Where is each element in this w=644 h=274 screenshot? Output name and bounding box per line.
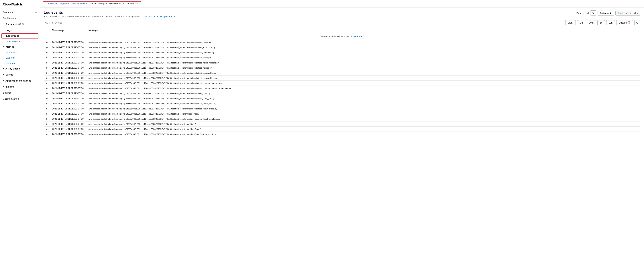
- log-events-description: You can use the filter bar below to sear…: [44, 15, 175, 18]
- time-1m-button[interactable]: 1m: [577, 20, 585, 25]
- row-timestamp: 2021-11-10T17:01:01.993-07:00: [50, 40, 87, 45]
- time-1h-button[interactable]: 1h: [598, 20, 605, 25]
- chevron-right-icon: ▶: [36, 11, 37, 13]
- expand-row-button[interactable]: ▶: [46, 82, 48, 84]
- expand-row-button[interactable]: ▶: [46, 41, 48, 44]
- alarm-badge-0: △0: [15, 23, 18, 25]
- breadcrumb-sep-3: ›: [88, 3, 89, 5]
- refresh-button[interactable]: ↻: [590, 11, 596, 16]
- table-row: ▶ 2021-11-10T17:01:01.993-07:00 aws-amaz…: [44, 60, 640, 65]
- chevron-down-icon: ▼: [3, 46, 5, 48]
- page-title: Log events: [44, 11, 175, 15]
- sidebar-item-getting-started[interactable]: Getting Started: [0, 96, 40, 102]
- external-link-icon: ↗: [173, 16, 175, 18]
- expand-row-button[interactable]: ▶: [46, 77, 48, 79]
- expand-row-button[interactable]: ▶: [46, 87, 48, 90]
- settings-icon-button[interactable]: ⚙: [634, 20, 640, 25]
- sidebar-item-xray[interactable]: ▶ X-Ray traces: [0, 66, 40, 72]
- row-message: aws-amazon-braket-sdk-python-staging-3f8…: [87, 96, 640, 101]
- row-message: aws-amazon-braket-sdk-python-staging-3f8…: [87, 76, 640, 81]
- table-row: ▶ 2021-11-10T17:01:01.993-07:00 aws-amaz…: [44, 96, 640, 101]
- sidebar-item-all-metrics[interactable]: All metrics: [0, 50, 40, 55]
- sidebar-item-explorer[interactable]: Explorer: [0, 55, 40, 60]
- row-message: aws-amazon-braket-sdk-python-staging-3f8…: [87, 55, 640, 60]
- expand-row-button[interactable]: ▶: [46, 128, 48, 130]
- expand-row-button[interactable]: ▶: [46, 46, 48, 49]
- sidebar-item-alarms[interactable]: ▼ Alarms △0 ⊙0 ⊙0: [0, 21, 40, 27]
- chevron-down-icon: ▼: [610, 12, 612, 15]
- message-col-header: Message: [87, 28, 640, 33]
- actions-button[interactable]: Actions ▼: [598, 11, 614, 16]
- timestamp-col-header: Timestamp: [50, 28, 87, 33]
- table-row: ▶ 2021-11-10T17:01:01.993-07:00 aws-amaz…: [44, 50, 640, 55]
- expand-row-button[interactable]: ▶: [46, 61, 48, 64]
- learn-more-link[interactable]: Learn more about filter patterns: [142, 15, 172, 18]
- sidebar-item-app-monitoring[interactable]: ▶ Application monitoring: [0, 78, 40, 84]
- sidebar-item-events[interactable]: ▶ Events: [0, 72, 40, 78]
- custom-time-button[interactable]: Custom 📅: [616, 20, 633, 25]
- sidebar-item-log-groups[interactable]: Log groups: [2, 33, 38, 39]
- view-as-text-checkbox[interactable]: [572, 12, 575, 14]
- row-message: aws-amazon-braket-sdk-python-staging-3f8…: [87, 86, 640, 91]
- row-message: aws-amazon-braket-sdk-python-staging-3f8…: [87, 60, 640, 65]
- chevron-right-icon: ▶: [3, 74, 4, 76]
- table-row: ▶ 2021-11-10T17:01:01.993-07:00 aws-amaz…: [44, 116, 640, 121]
- sidebar: CloudWatch × Favorites ▶ Dashboards ▼ Al…: [0, 0, 40, 274]
- filter-events-input[interactable]: [44, 20, 564, 25]
- sidebar-item-dashboards[interactable]: Dashboards: [0, 15, 40, 21]
- expand-row-button[interactable]: ▶: [46, 97, 48, 100]
- row-message: aws-amazon-braket-sdk-python-staging-3f8…: [87, 116, 640, 121]
- expand-row-button[interactable]: ▶: [46, 107, 48, 110]
- expand-row-button[interactable]: ▶: [46, 102, 48, 105]
- row-timestamp: 2021-11-10T17:01:01.993-07:00: [50, 96, 87, 101]
- breadcrumb-log-groups[interactable]: Log groups: [59, 2, 70, 5]
- expand-row-button[interactable]: ▶: [46, 112, 48, 115]
- table-row: ▶ 2021-11-10T17:01:01.993-07:00 aws-amaz…: [44, 111, 640, 116]
- sidebar-item-logs[interactable]: ▼ Logs: [0, 27, 40, 33]
- expand-row-button[interactable]: ▶: [46, 122, 48, 125]
- clear-button[interactable]: Clear: [565, 20, 576, 25]
- sidebar-item-metrics[interactable]: ▼ Metrics: [0, 44, 40, 50]
- sidebar-item-insights[interactable]: ▶ Insights: [0, 84, 40, 90]
- expand-row-button[interactable]: ▶: [46, 72, 48, 74]
- sidebar-item-settings[interactable]: Settings: [0, 90, 40, 96]
- table-row: ▶ 2021-11-10T17:01:01.993-07:00 aws-amaz…: [44, 121, 640, 126]
- sidebar-item-favorites[interactable]: Favorites ▶: [0, 9, 40, 15]
- close-icon[interactable]: ×: [35, 3, 37, 6]
- time-30m-button[interactable]: 30m: [587, 20, 596, 25]
- expand-row-button[interactable]: ▶: [46, 133, 48, 135]
- sidebar-item-logs-insights[interactable]: Logs Insights: [0, 39, 40, 44]
- time-12h-button[interactable]: 12h: [606, 20, 615, 25]
- expand-col-header: [44, 28, 50, 33]
- create-metric-filter-button[interactable]: Create Metric Filter: [616, 11, 640, 16]
- expand-row-button[interactable]: ▶: [46, 117, 48, 120]
- load-more-link[interactable]: Load more.: [351, 35, 363, 38]
- row-timestamp: 2021-11-10T17:01:01.993-07:00: [50, 111, 87, 116]
- row-timestamp: 2021-11-10T17:01:01.993-07:00: [50, 65, 87, 70]
- breadcrumb-cloudwatch[interactable]: CloudWatch: [45, 2, 57, 5]
- table-row: ▶ 2021-11-10T17:01:01.993-07:00 aws-amaz…: [44, 70, 640, 76]
- row-timestamp: 2021-11-10T17:01:01.993-07:00: [50, 45, 87, 50]
- breadcrumb-path[interactable]: /aws/braket/jobs: [72, 2, 88, 5]
- row-timestamp: 2021-11-10T17:01:01.993-07:00: [50, 132, 87, 137]
- row-message: aws-amazon-braket-sdk-python-staging-3f8…: [87, 106, 640, 111]
- sidebar-header: CloudWatch ×: [0, 0, 40, 9]
- row-message: aws-amazon-braket-sdk-python-staging-3f8…: [87, 91, 640, 96]
- row-timestamp: 2021-11-10T17:01:01.993-07:00: [50, 126, 87, 132]
- sidebar-item-streams[interactable]: Streams: [0, 60, 40, 66]
- expand-row-button[interactable]: ▶: [46, 51, 48, 54]
- log-header-actions: View as text ↻ Actions ▼ Create Metric F…: [572, 11, 640, 16]
- table-row: ▶ 2021-11-10T17:01:01.993-07:00 aws-amaz…: [44, 76, 640, 81]
- row-message: aws-amazon-braket-sdk-python-staging-3f8…: [87, 50, 640, 55]
- expand-row-button[interactable]: ▶: [46, 92, 48, 95]
- row-timestamp: 2021-11-10T17:01:01.993-07:00: [50, 106, 87, 111]
- app-title: CloudWatch: [3, 3, 22, 6]
- row-message: aws-amazon-braket-sdk-python-staging-3f8…: [87, 121, 640, 126]
- table-row: ▶ 2021-11-10T17:01:01.993-07:00 aws-amaz…: [44, 106, 640, 111]
- breadcrumb-sep-2: ›: [71, 3, 72, 5]
- expand-row-button[interactable]: ▶: [46, 56, 48, 59]
- table-body: There are older events to load. Load mor…: [44, 33, 640, 137]
- expand-row-button[interactable]: ▶: [46, 66, 48, 69]
- breadcrumb-current: JobTest-autograd-1636588595/algo-1-16365…: [90, 2, 139, 5]
- filter-input-wrap: 🔍: [44, 20, 564, 25]
